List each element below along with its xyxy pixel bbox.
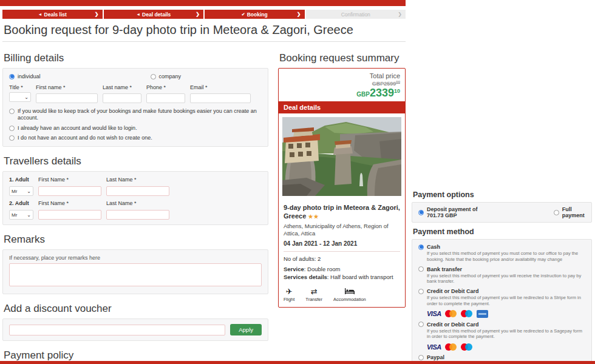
- summary-box: Total price GBP259900 GBP233910 Deal det…: [278, 68, 406, 308]
- method-description: If you select this method of payment you…: [427, 328, 585, 340]
- tab-booking[interactable]: ✔ Booking ❯: [205, 10, 305, 19]
- voucher-input[interactable]: [9, 325, 225, 335]
- visa-logo-icon: VISA: [427, 310, 441, 317]
- radio-full-payment[interactable]: Full payment: [554, 206, 585, 218]
- radio-login-account[interactable]: I already have an account and would like…: [9, 125, 262, 132]
- last-name-label: Last Name *: [106, 200, 169, 206]
- radio-no-account[interactable]: I do not have an account and do not wish…: [9, 135, 262, 141]
- card-logos: VISA: [427, 343, 585, 351]
- tab-label: Booking: [247, 12, 268, 18]
- radio-company[interactable]: company: [151, 73, 182, 79]
- method-card-sagepay[interactable]: Credit or Debit Card If you select this …: [418, 322, 585, 351]
- tab-label: Deal details: [142, 12, 171, 18]
- voucher-panel: Apply: [2, 318, 268, 341]
- price-area: Total price GBP259900 GBP233910: [279, 69, 405, 101]
- email-label: Email *: [190, 84, 251, 90]
- summary-heading: Booking request summary: [279, 52, 406, 64]
- traveller1-first-name-input[interactable]: [38, 186, 101, 196]
- phone-input[interactable]: [146, 93, 185, 103]
- traveller2-first-name-input[interactable]: [38, 210, 101, 220]
- radio-icon[interactable]: [151, 74, 156, 79]
- airplane-icon: ✈: [286, 288, 293, 295]
- deal-info: 9-day photo trip in Meteora & Zagori, Gr…: [279, 202, 405, 307]
- old-price: GBP259900: [284, 80, 400, 87]
- radio-icon[interactable]: [418, 210, 424, 215]
- radio-icon[interactable]: [554, 210, 559, 215]
- traveller2-last-name-input[interactable]: [106, 210, 169, 220]
- first-name-input[interactable]: [36, 93, 98, 103]
- mastercard-logo-icon: [445, 343, 457, 351]
- method-cash[interactable]: Cash If you select this method of paymen…: [418, 244, 585, 263]
- deal-dates: 04 Jan 2021 - 12 Jan 2021: [284, 240, 400, 252]
- radio-create-account[interactable]: If you would like to keep track of your …: [9, 108, 262, 122]
- last-name-input[interactable]: [103, 93, 141, 103]
- maestro-logo-icon: [461, 310, 473, 318]
- email-input[interactable]: [190, 93, 251, 103]
- tab-label: Confirmation: [341, 12, 370, 18]
- amex-logo-icon: [477, 310, 488, 318]
- tab-deals-list[interactable]: ◄ Deals list ❯: [2, 10, 103, 19]
- billing-details-heading: Billing details: [4, 52, 268, 64]
- chevron-right-icon: ❯: [297, 12, 301, 17]
- booking-summary-column: Booking request summary Total price GBP2…: [278, 44, 406, 308]
- method-description: If you select this method of payment you…: [427, 251, 585, 263]
- traveller-number: 2. Adult: [9, 200, 33, 208]
- divider: [2, 41, 406, 42]
- radio-icon[interactable]: [418, 289, 424, 294]
- traveller-number: 1. Adult: [9, 177, 33, 184]
- deal-adults: No of adults: 2: [284, 255, 400, 262]
- remarks-textarea[interactable]: [9, 263, 262, 286]
- bottom-accent-bar: [0, 361, 595, 364]
- payment-options-heading: Payment options: [413, 190, 592, 199]
- method-bank-transfer[interactable]: Bank transfer If you select this method …: [418, 266, 585, 285]
- page-title: Booking request for 9-day photo trip in …: [4, 23, 404, 37]
- radio-label: I do not have an account and do not wish…: [18, 135, 152, 141]
- billing-details-panel: individual company Title * ⌄ First name …: [2, 68, 268, 147]
- feature-accommodation: Accommodation: [333, 288, 366, 302]
- method-description: If you select this method of payment you…: [427, 273, 585, 285]
- chevron-down-icon: ⌄: [24, 95, 29, 100]
- chevron-right-icon: ❯: [398, 12, 402, 17]
- chevron-down-icon: ⌄: [27, 189, 31, 194]
- deal-features: ✈ Flight ⇄ Transfer Accommodation: [284, 288, 400, 302]
- radio-label: Deposit payment of 701.73 GBP: [427, 206, 487, 218]
- deal-service: Service: Double room: [284, 266, 400, 272]
- traveller1-title-select[interactable]: Mr⌄: [9, 186, 33, 196]
- radio-icon[interactable]: [9, 74, 15, 79]
- radio-icon[interactable]: [418, 355, 424, 360]
- breadcrumb: ◄ Deals list ❯ ◄ Deal details ❯ ✔ Bookin…: [2, 10, 406, 19]
- radio-icon[interactable]: [418, 322, 424, 327]
- radio-individual[interactable]: individual: [9, 73, 41, 79]
- star-rating-icon: ★★: [308, 214, 319, 220]
- radio-icon[interactable]: [418, 266, 424, 272]
- traveller1-last-name-input[interactable]: [106, 186, 169, 196]
- radio-label: individual: [18, 73, 41, 79]
- feature-transfer: ⇄ Transfer: [305, 288, 322, 302]
- maestro-logo-icon: [461, 343, 473, 351]
- first-name-label: First Name *: [38, 177, 101, 183]
- travellers-details-heading: Travellers details: [4, 155, 268, 167]
- payment-options-panel: Deposit payment of 701.73 GBP Full payme…: [412, 202, 592, 223]
- radio-label: Full payment: [562, 206, 585, 218]
- method-card-stripe[interactable]: Credit or Debit Card If you select this …: [418, 288, 585, 318]
- radio-icon[interactable]: [418, 244, 424, 250]
- chevron-down-icon: ⌄: [27, 212, 31, 218]
- last-name-label: Last name *: [103, 84, 141, 90]
- radio-icon[interactable]: [9, 126, 15, 131]
- traveller2-title-select[interactable]: Mr⌄: [9, 210, 33, 220]
- tab-deal-details[interactable]: ◄ Deal details ❯: [104, 10, 204, 19]
- deal-image: [279, 113, 405, 202]
- radio-icon[interactable]: [9, 135, 15, 141]
- travellers-details-panel: 1. Adult First Name * Last Name * Mr⌄ 2.…: [2, 171, 268, 225]
- booking-form-column: Billing details individual company Title…: [2, 44, 268, 364]
- title-select[interactable]: ⌄: [9, 92, 31, 102]
- bed-icon: [345, 288, 355, 295]
- feature-flight: ✈ Flight: [284, 288, 294, 302]
- visa-logo-icon: VISA: [427, 343, 441, 351]
- radio-deposit-payment[interactable]: Deposit payment of 701.73 GBP: [418, 206, 487, 218]
- tab-label: Deals list: [44, 12, 67, 18]
- payment-method-panel: Cash If you select this method of paymen…: [412, 239, 592, 364]
- apply-voucher-button[interactable]: Apply: [230, 324, 262, 335]
- tab-confirmation: Confirmation ❯: [306, 10, 406, 19]
- radio-icon[interactable]: [9, 109, 15, 114]
